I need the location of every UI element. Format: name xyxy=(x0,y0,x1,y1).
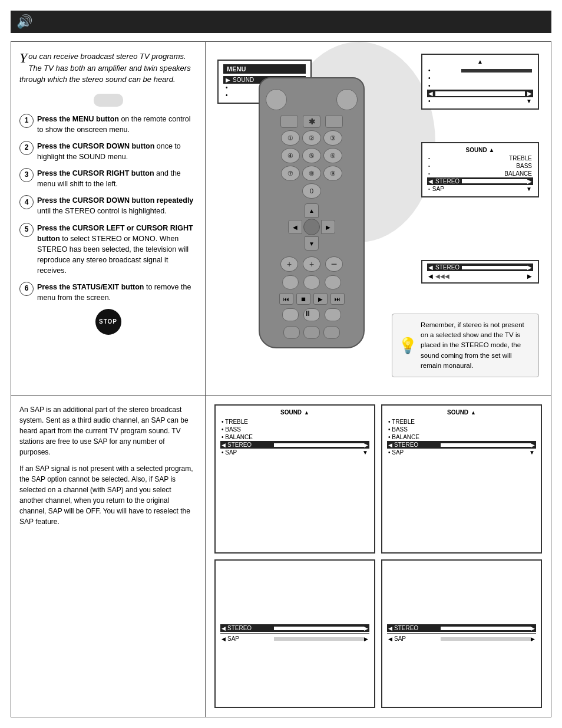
sm3-sap: •SAP▼ xyxy=(427,185,533,193)
remote-pause-left[interactable] xyxy=(282,308,299,321)
main-content: Y ou can receive broadcast stereo TV pro… xyxy=(11,41,551,717)
mini-menu-1-row-2: • BASS xyxy=(220,426,369,433)
step-4-text: Press the CURSOR DOWN button repeatedly … xyxy=(37,195,197,216)
left-instructions-panel: Y ou can receive broadcast stereo TV pro… xyxy=(11,42,206,395)
step-4-number: 4 xyxy=(19,195,34,209)
remote-rewind-btn[interactable]: ⏮ xyxy=(279,293,293,305)
remote-btn-4[interactable]: ④ xyxy=(281,148,300,163)
bottom-section: An SAP is an additional part of the ster… xyxy=(11,396,551,717)
remote-btn-row1-3[interactable] xyxy=(325,115,343,128)
remote-btn-0[interactable]: 0 xyxy=(302,183,321,199)
remote-transport-row: ⏮ ⏹ ▶ ⏭ xyxy=(279,293,345,305)
sound-menu-screen-3: ◀STEREO▶ ◀◀◀◀▶ xyxy=(421,260,539,284)
step-3-number: 3 xyxy=(19,168,34,182)
remote-bot-2[interactable] xyxy=(303,326,320,339)
mini-menu-3: ◀STEREO ▶ ◀SAP ▶ xyxy=(214,559,375,709)
sm-row-stereo-highlight: ◀▶ xyxy=(427,90,533,97)
remote-row-1: ✱ xyxy=(266,115,358,128)
remote-btn-row1-1[interactable] xyxy=(280,115,298,128)
right-diagram-panel: MENU ▶ SOUND • • ▲ • • • ◀▶ •▼ xyxy=(206,42,551,395)
remote-plus-minus-row: + + − xyxy=(280,256,343,272)
step-6-number: 6 xyxy=(19,282,34,296)
mini-menu-4-row-stereo: ◀STEREO ▶ xyxy=(387,624,536,632)
dpad-right-button[interactable]: ▶ xyxy=(321,220,335,234)
remote-btn-6[interactable]: ⑥ xyxy=(323,148,342,163)
remote-btn-row1-2[interactable]: ✱ xyxy=(303,115,320,128)
stop-badge: STOP xyxy=(95,309,121,335)
dpad-down-button[interactable]: ▼ xyxy=(305,236,319,251)
menu-button-diagram xyxy=(94,94,123,107)
sound-menu-title-2: ▲ xyxy=(427,58,533,65)
dpad-center-button[interactable] xyxy=(303,219,320,235)
remote-bot-3[interactable] xyxy=(323,326,340,339)
remote-mid-btn-3[interactable] xyxy=(325,275,341,289)
step-2-text: Press the CURSOR DOWN button once to hig… xyxy=(37,141,197,162)
remote-pause-right[interactable] xyxy=(325,308,341,321)
remote-right-oval-btn[interactable] xyxy=(336,89,358,110)
remote-btn-3[interactable]: ③ xyxy=(323,130,342,146)
mini-menu-2-row-sap: • SAP▼ xyxy=(387,449,536,456)
menu-title-1: MENU xyxy=(223,64,306,74)
sm3-stereo: ◀STEREO▶ xyxy=(427,177,533,185)
decorative-y: Y xyxy=(19,51,27,65)
remote-btn-7[interactable]: ⑦ xyxy=(281,166,300,181)
tip-text: Remember, if stereo is not present on a … xyxy=(421,321,524,369)
remote-dpad: ▲ ▼ ◀ ▶ xyxy=(288,203,335,251)
remote-minus-btn[interactable]: − xyxy=(325,256,343,272)
remote-btn-9[interactable]: ⑨ xyxy=(323,166,342,181)
remote-control: ✱ ① ② ③ ④ ⑤ ⑥ ⑦ ⑧ ⑨ 0 xyxy=(259,77,365,348)
remote-spacer-left xyxy=(281,183,300,199)
step-1-number: 1 xyxy=(19,114,34,128)
step-6: 6 Press the STATUS/EXIT button to remove… xyxy=(19,282,197,303)
sm4-stereo: ◀STEREO▶ xyxy=(427,263,533,271)
remote-stop-btn[interactable]: ⏹ xyxy=(296,293,310,305)
intro-text: Y ou can receive broadcast stereo TV pro… xyxy=(19,51,197,85)
remote-btn-1[interactable]: ① xyxy=(281,130,300,146)
step-1: 1 Press the MENU button on the remote co… xyxy=(19,114,197,135)
step-4: 4 Press the CURSOR DOWN button repeatedl… xyxy=(19,195,197,216)
mini-menu-2-row-3: • BALANCE xyxy=(387,433,536,441)
dpad-up-button[interactable]: ▲ xyxy=(305,203,319,218)
step-5: 5 Press the CURSOR LEFT or CURSOR RIGHT … xyxy=(19,223,197,276)
remote-spacer-right xyxy=(323,183,342,199)
mini-menu-3-row-stereo: ◀STEREO ▶ xyxy=(220,624,369,632)
mini-menu-1-row-3: • BALANCE xyxy=(220,433,369,441)
mini-menu-2-title: SOUND ▲ xyxy=(387,409,536,416)
remote-plus-btn-2[interactable]: + xyxy=(303,256,320,272)
dpad-left-button[interactable]: ◀ xyxy=(288,220,302,234)
sap-description-2: If an SAP signal is not present with a s… xyxy=(19,463,197,527)
mini-menu-4-row-sap: ◀SAP ▶ xyxy=(387,635,536,643)
mini-menu-1-row-sap: • SAP▼ xyxy=(220,449,369,456)
mini-menu-1-row-1: • TREBLE xyxy=(220,418,369,426)
mini-menu-2-row-stereo: ◀STEREO ▶ xyxy=(387,441,536,449)
remote-plus-btn[interactable]: + xyxy=(280,256,298,272)
remote-btn-8[interactable]: ⑧ xyxy=(302,166,321,181)
remote-left-oval-btn[interactable] xyxy=(266,89,287,110)
remote-row-pause: ⏸ xyxy=(266,308,358,321)
remote-play-btn[interactable]: ▶ xyxy=(313,293,328,305)
step-3-text: Press the CURSOR RIGHT button and the me… xyxy=(37,168,197,189)
sm4-mono: ◀◀◀◀▶ xyxy=(427,272,533,280)
header-bar: 🔊 xyxy=(11,11,551,33)
remote-bottom-row xyxy=(283,326,340,339)
mini-menu-3-sep xyxy=(220,633,369,634)
remote-bot-1[interactable] xyxy=(283,326,300,339)
sm3-balance: •BALANCE xyxy=(427,170,533,177)
remote-number-grid: ① ② ③ ④ ⑤ ⑥ ⑦ ⑧ ⑨ 0 xyxy=(281,130,342,199)
mini-menu-1: SOUND ▲ • TREBLE • BASS • BALANCE ◀STERE… xyxy=(214,404,375,554)
step-1-text: Press the MENU button on the remote cont… xyxy=(37,114,197,135)
step-5-number: 5 xyxy=(19,223,34,237)
sm3-bass: •BASS xyxy=(427,162,533,170)
remote-pause-mid[interactable]: ⏸ xyxy=(303,308,320,321)
top-section: Y ou can receive broadcast stereo TV pro… xyxy=(11,42,551,396)
remote-top-buttons xyxy=(266,89,358,110)
remote-btn-2[interactable]: ② xyxy=(302,130,321,146)
sm3-treble: •TREBLE xyxy=(427,154,533,162)
remote-btn-5[interactable]: ⑤ xyxy=(302,148,321,163)
remote-forward-btn[interactable]: ⏭ xyxy=(330,293,345,305)
remote-mid-btn-1[interactable] xyxy=(282,275,299,289)
audio-icon: 🔊 xyxy=(16,14,32,29)
sound-menu-title-3: SOUND ▲ xyxy=(427,147,533,153)
remote-middle-row xyxy=(266,275,358,289)
remote-mid-btn-2[interactable] xyxy=(303,275,320,289)
